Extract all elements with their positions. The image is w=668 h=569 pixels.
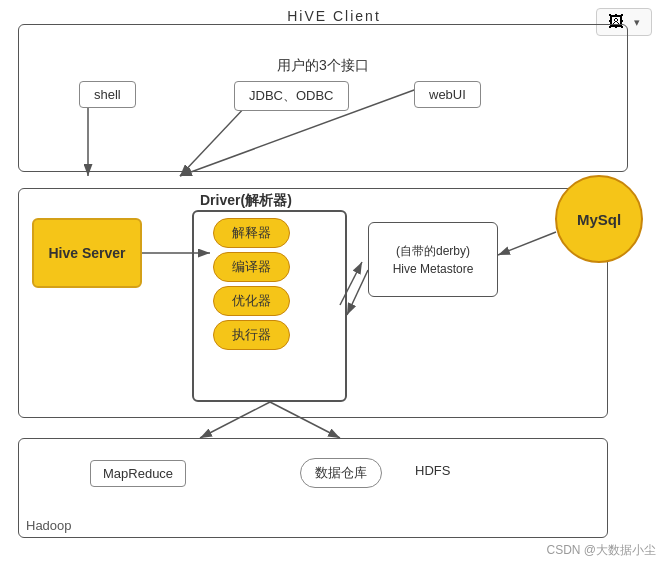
driver-bianyi: 编译器 xyxy=(213,252,290,282)
user-interfaces-label: 用户的3个接口 xyxy=(277,57,369,75)
driver-youhua: 优化器 xyxy=(213,286,290,316)
hive-server-box: Hive Server xyxy=(32,218,142,288)
data-warehouse-box: 数据仓库 xyxy=(300,458,382,488)
hive-client-box: 用户的3个接口 shell JDBC、ODBC webUI xyxy=(18,24,628,172)
hive-client-title: HiVE Client xyxy=(287,8,381,24)
shell-button[interactable]: shell xyxy=(79,81,136,108)
hadoop-box xyxy=(18,438,608,538)
driver-zhixing: 执行器 xyxy=(213,320,290,350)
jdbc-button[interactable]: JDBC、ODBC xyxy=(234,81,349,111)
diagram-container: HiVE Client 🖼 ▾ 用户的3个接口 shell JDBC、ODBC … xyxy=(0,0,668,569)
driver-jiexi: 解释器 xyxy=(213,218,290,248)
driver-label: Driver(解析器) xyxy=(200,192,292,210)
metastore-box: (自带的derby) Hive Metastore xyxy=(368,222,498,297)
hdfs-label: HDFS xyxy=(415,463,450,478)
webui-button[interactable]: webUI xyxy=(414,81,481,108)
metastore-line2: Hive Metastore xyxy=(393,260,474,278)
metastore-line1: (自带的derby) xyxy=(396,242,470,260)
mapreduce-box: MapReduce xyxy=(90,460,186,487)
hadoop-label: Hadoop xyxy=(26,518,72,533)
mysql-circle: MySql xyxy=(555,175,643,263)
dropdown-icon: ▾ xyxy=(634,16,640,29)
watermark: CSDN @大数据小尘 xyxy=(546,542,656,559)
